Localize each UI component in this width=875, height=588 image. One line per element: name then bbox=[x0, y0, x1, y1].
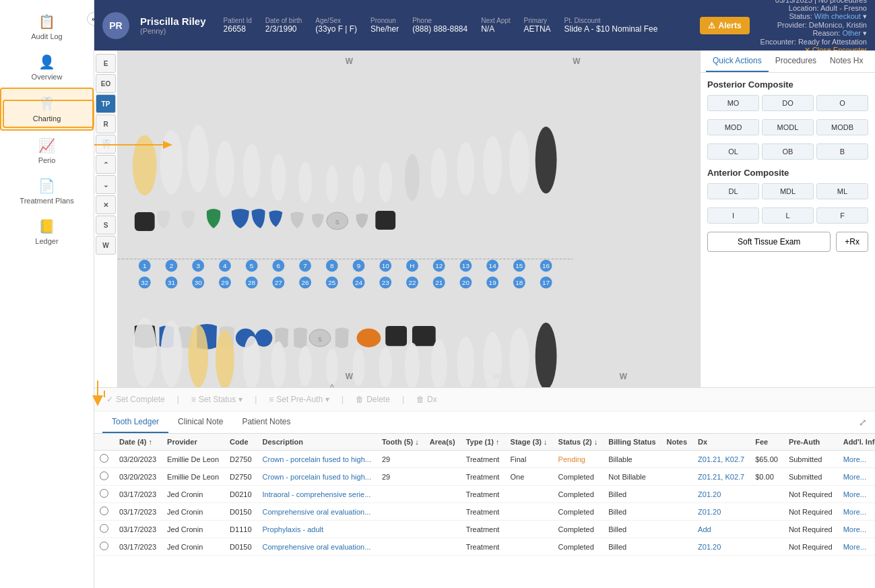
btn-do[interactable]: DO bbox=[762, 95, 814, 111]
toolbar-btn-x[interactable]: ✕ bbox=[96, 195, 116, 214]
cell-dx-4[interactable]: Add bbox=[692, 521, 750, 538]
toolbar-btn-w[interactable]: W bbox=[96, 236, 116, 255]
dx-link[interactable]: Z01.20 bbox=[698, 543, 721, 551]
cell-dx-1[interactable]: Z01.21, K02.7 bbox=[692, 468, 750, 486]
cell-dx-2[interactable]: Z01.20 bbox=[692, 486, 750, 503]
btn-modl[interactable]: MODL bbox=[762, 119, 814, 135]
description-link-0[interactable]: Crown - porcelain fused to high... bbox=[263, 455, 371, 463]
tab-procedures[interactable]: Procedures bbox=[769, 51, 823, 72]
chart-panel: E EO TP R 🦷 ⌃ ⌄ ✕ S W W W W W W bbox=[94, 51, 875, 387]
set-complete-button[interactable]: ✓ Set Complete bbox=[102, 392, 169, 407]
toolbar-btn-r[interactable]: R bbox=[96, 115, 116, 133]
cell-dx-0[interactable]: Z01.21, K02.7 bbox=[692, 451, 750, 468]
toolbar-btn-eo[interactable]: EO bbox=[96, 74, 116, 93]
description-link-3[interactable]: Comprehensive oral evaluation... bbox=[263, 508, 371, 516]
row-select-0[interactable] bbox=[94, 451, 114, 468]
btn-ob[interactable]: OB bbox=[762, 143, 814, 160]
cell-description-4[interactable]: Prophylaxis - adult bbox=[257, 521, 377, 538]
sidebar-item-ledger[interactable]: 📒 Ledger bbox=[0, 211, 94, 252]
cell-addl-1[interactable]: More... bbox=[838, 468, 875, 486]
cell-dx-3[interactable]: Z01.20 bbox=[692, 503, 750, 521]
soft-tissue-exam-button[interactable]: Soft Tissue Exam bbox=[707, 232, 831, 252]
btn-b[interactable]: B bbox=[816, 143, 868, 160]
dx-link[interactable]: Z01.21, K02.7 bbox=[698, 455, 744, 463]
btn-l[interactable]: L bbox=[762, 207, 814, 224]
row-select-4[interactable] bbox=[94, 521, 114, 538]
cell-description-3[interactable]: Comprehensive oral evaluation... bbox=[257, 503, 377, 521]
dx-add-link[interactable]: Add bbox=[698, 525, 711, 533]
cell-addl-4[interactable]: More... bbox=[838, 521, 875, 538]
col-stage[interactable]: Stage (3) ↓ bbox=[505, 434, 553, 451]
btn-f[interactable]: F bbox=[816, 207, 868, 224]
tab-quick-actions[interactable]: Quick Actions bbox=[706, 51, 769, 72]
reason-link[interactable]: Other bbox=[842, 29, 861, 37]
set-status-button[interactable]: ≡ Set Status ▾ bbox=[187, 392, 247, 407]
description-link-5[interactable]: Comprehensive oral evaluation... bbox=[263, 543, 371, 551]
btn-o[interactable]: O bbox=[816, 95, 868, 111]
row-select-3[interactable] bbox=[94, 503, 114, 521]
col-billing[interactable]: Billing Status bbox=[603, 434, 661, 451]
dx-link[interactable]: Z01.21, K02.7 bbox=[698, 473, 744, 481]
toolbar-btn-tooth[interactable]: 🦷 bbox=[96, 135, 116, 154]
btn-ol[interactable]: OL bbox=[707, 143, 759, 160]
description-link-4[interactable]: Prophylaxis - adult bbox=[263, 525, 324, 533]
toolbar-btn-s[interactable]: S bbox=[96, 216, 116, 234]
cell-description-5[interactable]: Comprehensive oral evaluation... bbox=[257, 538, 377, 556]
tab-tooth-ledger[interactable]: Tooth Ledger bbox=[102, 412, 168, 433]
alerts-button[interactable]: ⚠ Alerts bbox=[700, 17, 750, 34]
delete-button[interactable]: 🗑 Delete bbox=[352, 392, 394, 407]
rx-button[interactable]: +Rx bbox=[836, 232, 868, 252]
btn-ml[interactable]: ML bbox=[816, 183, 868, 199]
tab-clinical-note[interactable]: Clinical Note bbox=[168, 412, 232, 433]
col-status[interactable]: Status (2) ↓ bbox=[553, 434, 604, 451]
toolbar-btn-expand-up[interactable]: ⌃ bbox=[96, 155, 116, 174]
sidebar-item-charting[interactable]: 🦷 Charting bbox=[0, 88, 94, 131]
cell-dx-5[interactable]: Z01.20 bbox=[692, 538, 750, 556]
cell-addl-0[interactable]: More... bbox=[838, 451, 875, 468]
toolbar-btn-e[interactable]: E bbox=[96, 54, 116, 73]
toolbar-btn-tp[interactable]: TP bbox=[96, 94, 116, 113]
cell-addl-5[interactable]: More... bbox=[838, 538, 875, 556]
tab-notes-hx[interactable]: Notes Hx bbox=[823, 51, 870, 72]
col-provider[interactable]: Provider bbox=[162, 434, 224, 451]
cell-notes-2 bbox=[661, 486, 693, 503]
set-pre-auth-button[interactable]: ≡ Set Pre-Auth ▾ bbox=[265, 392, 333, 407]
col-description[interactable]: Description bbox=[257, 434, 377, 451]
dx-link[interactable]: Z01.20 bbox=[698, 490, 721, 498]
col-type[interactable]: Type (1) ↑ bbox=[461, 434, 505, 451]
dx-button[interactable]: 🗑 Dx bbox=[412, 392, 441, 407]
cell-addl-2[interactable]: More... bbox=[838, 486, 875, 503]
description-link-2[interactable]: Intraoral - comprehensive serie... bbox=[263, 490, 371, 498]
description-link-1[interactable]: Crown - porcelain fused to high... bbox=[263, 473, 371, 481]
col-tooth[interactable]: Tooth (5) ↓ bbox=[377, 434, 424, 451]
cell-description-1[interactable]: Crown - porcelain fused to high... bbox=[257, 468, 377, 486]
btn-mod[interactable]: MOD bbox=[707, 119, 759, 135]
col-code[interactable]: Code bbox=[224, 434, 257, 451]
svg-point-80 bbox=[405, 154, 420, 201]
col-date[interactable]: Date (4) ↑ bbox=[114, 434, 162, 451]
sidebar-item-overview[interactable]: 👤 Overview bbox=[0, 47, 94, 88]
btn-mdl[interactable]: MDL bbox=[762, 183, 814, 199]
cell-addl-3[interactable]: More... bbox=[838, 503, 875, 521]
tab-x-rays[interactable]: X-Rays bbox=[870, 51, 875, 72]
cell-description-0[interactable]: Crown - porcelain fused to high... bbox=[257, 451, 377, 468]
sidebar-item-audit-log[interactable]: 📋 Audit Log bbox=[0, 7, 94, 47]
btn-modb[interactable]: MODB bbox=[816, 119, 868, 135]
btn-i[interactable]: I bbox=[707, 207, 759, 224]
expand-icon[interactable]: ⤢ bbox=[859, 417, 867, 428]
col-area[interactable]: Area(s) bbox=[424, 434, 461, 451]
status-link[interactable]: With checkout bbox=[814, 12, 861, 20]
tooth-chart[interactable]: W W W W W 1 2 3 4 5 bbox=[118, 51, 700, 387]
row-select-5[interactable] bbox=[94, 538, 114, 556]
row-select-2[interactable] bbox=[94, 486, 114, 503]
toolbar-btn-expand-down[interactable]: ⌄ bbox=[96, 175, 116, 194]
sidebar-item-treatment-plans[interactable]: 📄 Treatment Plans bbox=[0, 171, 94, 211]
sidebar-item-perio[interactable]: 📈 Perio bbox=[0, 131, 94, 171]
dx-link[interactable]: Z01.20 bbox=[698, 508, 721, 516]
cell-description-2[interactable]: Intraoral - comprehensive serie... bbox=[257, 486, 377, 503]
btn-dl[interactable]: DL bbox=[707, 183, 759, 199]
tab-patient-notes[interactable]: Patient Notes bbox=[232, 412, 300, 433]
btn-mo[interactable]: MO bbox=[707, 95, 759, 111]
row-select-1[interactable] bbox=[94, 468, 114, 486]
cell-area-1 bbox=[424, 468, 461, 486]
